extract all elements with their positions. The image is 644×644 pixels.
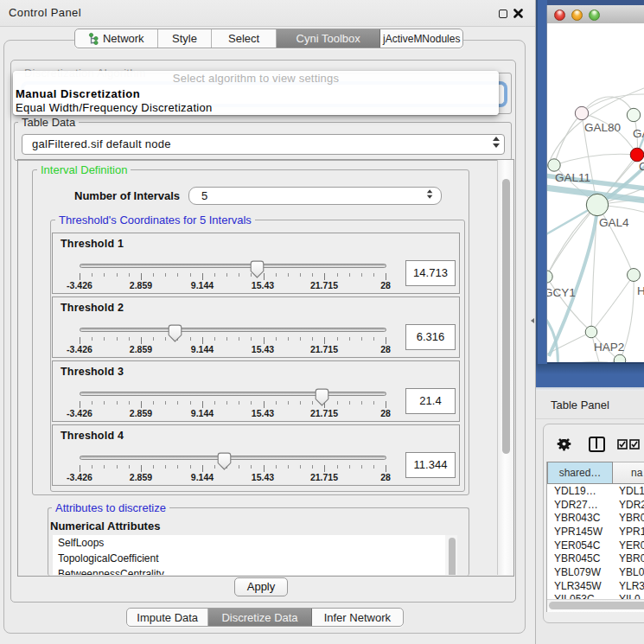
svg-text:C: C: [639, 160, 644, 173]
svg-text:GAL4: GAL4: [599, 216, 629, 229]
svg-text:H: H: [637, 284, 644, 297]
svg-text:GCY1: GCY1: [547, 286, 576, 299]
svg-text:GA: GA: [633, 127, 644, 140]
svg-text:HAP2: HAP2: [594, 341, 624, 354]
svg-text:GAL80: GAL80: [584, 121, 621, 134]
svg-text:GAL11: GAL11: [555, 171, 590, 184]
